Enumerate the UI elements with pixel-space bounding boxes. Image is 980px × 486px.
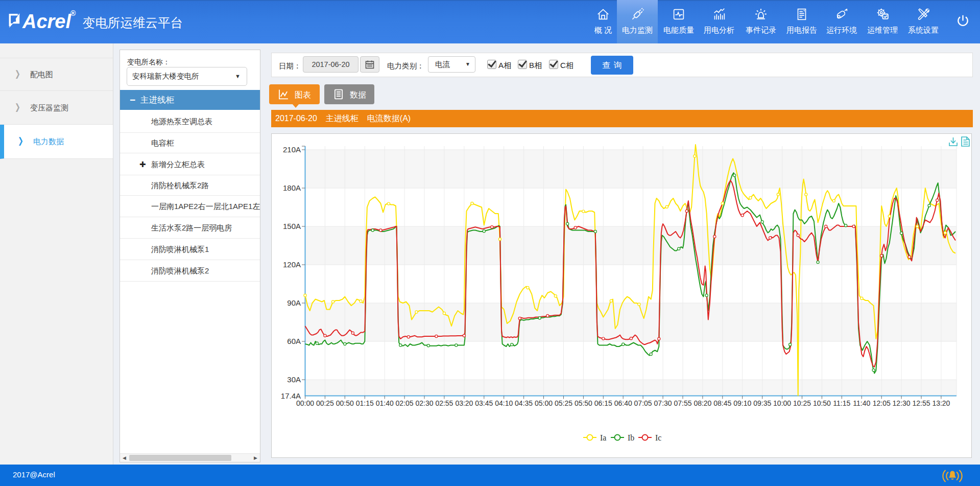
svg-text:04:10: 04:10 <box>495 399 513 407</box>
svg-text:07:30: 07:30 <box>654 399 672 407</box>
svg-text:00:25: 00:25 <box>316 399 334 407</box>
svg-text:00:00: 00:00 <box>296 399 314 407</box>
svg-text:09:10: 09:10 <box>733 399 751 407</box>
svg-text:11:40: 11:40 <box>853 399 870 407</box>
svg-text:Ia: Ia <box>600 433 606 442</box>
svg-text:30A: 30A <box>287 375 301 384</box>
svg-text:06:15: 06:15 <box>594 399 612 407</box>
svg-text:90A: 90A <box>287 298 301 307</box>
svg-text:01:15: 01:15 <box>356 399 374 407</box>
svg-text:05:00: 05:00 <box>535 399 553 407</box>
svg-text:05:25: 05:25 <box>555 399 572 407</box>
svg-text:10:00: 10:00 <box>773 399 791 407</box>
svg-text:07:55: 07:55 <box>674 399 691 407</box>
svg-text:08:20: 08:20 <box>694 399 711 407</box>
svg-text:120A: 120A <box>283 260 301 269</box>
svg-text:06:40: 06:40 <box>614 399 632 407</box>
svg-text:05:50: 05:50 <box>575 399 592 407</box>
svg-text:01:40: 01:40 <box>376 399 394 407</box>
svg-text:09:35: 09:35 <box>753 399 771 407</box>
svg-text:Ib: Ib <box>628 433 634 442</box>
svg-text:08:45: 08:45 <box>713 399 731 407</box>
svg-text:07:05: 07:05 <box>634 399 652 407</box>
svg-text:11:15: 11:15 <box>833 399 850 407</box>
svg-text:02:30: 02:30 <box>415 399 433 407</box>
svg-text:00:50: 00:50 <box>336 399 354 407</box>
svg-text:180A: 180A <box>283 183 301 192</box>
svg-text:02:55: 02:55 <box>435 399 453 407</box>
svg-text:10:25: 10:25 <box>793 399 811 407</box>
svg-text:03:45: 03:45 <box>475 399 493 407</box>
svg-text:12:05: 12:05 <box>873 399 891 407</box>
svg-text:17.4A: 17.4A <box>281 391 301 400</box>
svg-text:60A: 60A <box>287 337 301 345</box>
svg-text:03:20: 03:20 <box>455 399 473 407</box>
svg-text:12:55: 12:55 <box>912 399 930 407</box>
svg-text:02:05: 02:05 <box>396 399 414 407</box>
svg-text:150A: 150A <box>283 222 301 230</box>
svg-text:12:30: 12:30 <box>893 399 911 407</box>
svg-text:210A: 210A <box>283 145 301 154</box>
svg-text:Ic: Ic <box>655 433 661 442</box>
svg-text:13:20: 13:20 <box>932 399 950 407</box>
svg-text:04:35: 04:35 <box>515 399 533 407</box>
svg-text:10:50: 10:50 <box>813 399 831 407</box>
